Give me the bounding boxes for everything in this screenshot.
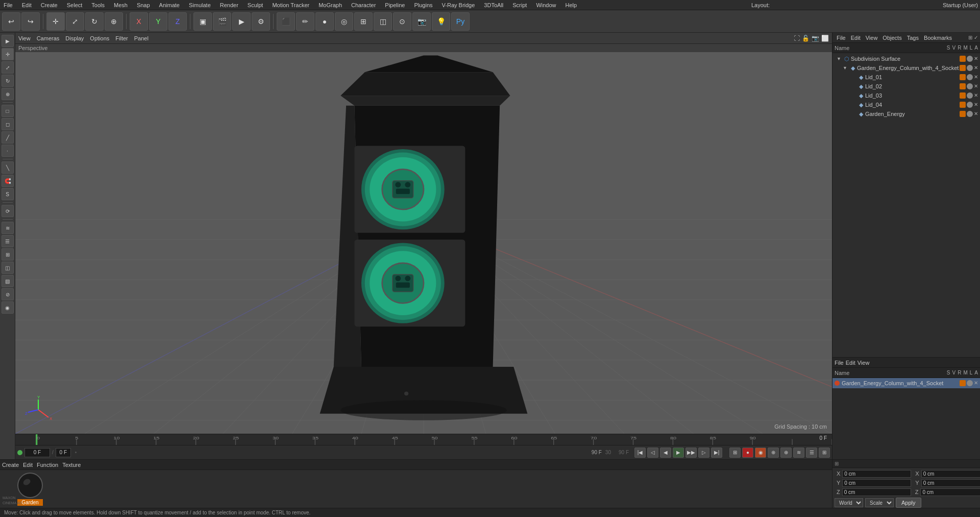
left-tool-arrow[interactable]: ▶ bbox=[2, 35, 14, 47]
coord-x-size[interactable] bbox=[921, 470, 980, 478]
left-tool-snap[interactable]: 🧲 bbox=[2, 175, 14, 187]
obj-vis-3[interactable] bbox=[967, 83, 973, 89]
obj-vis-5[interactable] bbox=[967, 102, 973, 108]
transport-extra5[interactable]: ☰ bbox=[806, 448, 817, 458]
menu-help[interactable]: Help bbox=[564, 2, 579, 8]
z-axis-button[interactable]: Z bbox=[168, 12, 187, 31]
cube-button[interactable]: ⬛ bbox=[277, 12, 295, 31]
obj-x-3[interactable]: ✕ bbox=[974, 83, 978, 89]
mat-menu-view[interactable]: View bbox=[857, 360, 870, 366]
transport-key-prev[interactable]: ◁ bbox=[647, 448, 658, 458]
transport-extra4[interactable]: ≋ bbox=[793, 448, 804, 458]
transport-extra3[interactable]: ⊕ bbox=[780, 448, 792, 458]
menu-pipeline[interactable]: Pipeline bbox=[383, 2, 406, 8]
transport-to-start[interactable]: |◀ bbox=[634, 448, 646, 458]
viewport-menu-panel[interactable]: Panel bbox=[134, 35, 149, 41]
obj-vis-4[interactable] bbox=[967, 92, 973, 99]
obj-x-2[interactable]: ✕ bbox=[974, 74, 978, 80]
obj-vis-6[interactable] bbox=[967, 111, 973, 117]
om-menu-bookmarks[interactable]: Bookmarks bbox=[922, 35, 954, 41]
menu-snap[interactable]: Snap bbox=[135, 2, 152, 8]
deformer-button[interactable]: ◫ bbox=[374, 12, 392, 31]
obj-vis-1[interactable] bbox=[967, 65, 973, 71]
transport-key-next[interactable]: ▷ bbox=[698, 448, 709, 458]
left-tool-object[interactable]: □ bbox=[2, 105, 14, 117]
transport-extra1[interactable]: ⊞ bbox=[729, 448, 741, 458]
obj-row-subdivision[interactable]: ▼ ⬡ Subdivision Surface ✕ bbox=[832, 54, 980, 63]
mat-obj-vis[interactable] bbox=[967, 380, 973, 386]
left-tool-transform[interactable]: ⊕ bbox=[2, 88, 14, 100]
scale-tool[interactable]: ⤢ bbox=[66, 12, 84, 31]
om-menu-edit[interactable]: Edit bbox=[849, 35, 863, 41]
rotate-tool[interactable]: ↻ bbox=[85, 12, 104, 31]
viewport-menu-display[interactable]: Display bbox=[65, 35, 84, 41]
pencil-button[interactable]: ✏ bbox=[296, 12, 314, 31]
spline-button[interactable]: ◎ bbox=[335, 12, 353, 31]
left-tool-scale[interactable]: ⤢ bbox=[2, 61, 14, 74]
transport-extra2[interactable]: ⊕ bbox=[768, 448, 779, 458]
left-tool-line[interactable]: ╲ bbox=[2, 161, 14, 174]
me-menu-create[interactable]: Create bbox=[2, 462, 19, 468]
mat-selected-row[interactable]: Garden_Energy_Column_with_4_Socket ✕ bbox=[832, 378, 980, 388]
om-menu-view[interactable]: View bbox=[864, 35, 880, 41]
om-menu-objects[interactable]: Objects bbox=[880, 35, 903, 41]
camera-button[interactable]: 📷 bbox=[412, 12, 431, 31]
mat-swatch[interactable] bbox=[17, 473, 43, 498]
current-frame-field[interactable] bbox=[24, 448, 50, 457]
transform-tool[interactable]: ⊕ bbox=[105, 12, 123, 31]
obj-x-5[interactable]: ✕ bbox=[974, 102, 978, 108]
viewport-lock-icon[interactable]: 🔓 bbox=[802, 35, 810, 42]
left-tool-poly[interactable]: ◻ bbox=[2, 118, 14, 130]
obj-x-4[interactable]: ✕ bbox=[974, 92, 978, 99]
obj-x-1[interactable]: ✕ bbox=[974, 65, 978, 71]
render-active-button[interactable]: ▶ bbox=[232, 12, 251, 31]
timeline-bar[interactable]: 0 5 10 15 20 25 30 35 40 45 50 55 60 65 … bbox=[15, 434, 832, 445]
render-settings-button[interactable]: ⚙ bbox=[252, 12, 270, 31]
obj-x-0[interactable]: ✕ bbox=[974, 56, 978, 62]
menu-sculpt[interactable]: Sculpt bbox=[246, 2, 265, 8]
render-region-button[interactable]: ▣ bbox=[193, 12, 212, 31]
left-tool-rotate[interactable]: ↻ bbox=[2, 75, 14, 87]
menu-animate[interactable]: Animate bbox=[158, 2, 181, 8]
python-button[interactable]: Py bbox=[451, 12, 470, 31]
mat-obj-x[interactable]: ✕ bbox=[974, 380, 978, 386]
frame-input[interactable] bbox=[56, 448, 71, 457]
coord-y-size[interactable] bbox=[921, 479, 980, 487]
obj-x-6[interactable]: ✕ bbox=[974, 111, 978, 117]
transport-record2[interactable]: ◉ bbox=[755, 448, 766, 458]
move-tool[interactable]: ✛ bbox=[46, 12, 65, 31]
obj-row-lid01[interactable]: ▷ ◆ Lid_01 ✕ bbox=[832, 73, 980, 82]
left-tool-grid[interactable]: ⊞ bbox=[2, 248, 14, 261]
menu-mograph[interactable]: MoGraph bbox=[317, 2, 344, 8]
om-icon-2[interactable]: ✓ bbox=[974, 35, 978, 40]
obj-row-lid04[interactable]: ▷ ◆ Lid_04 ✕ bbox=[832, 100, 980, 109]
viewport-fullscreen-icon[interactable]: ⛶ bbox=[794, 35, 800, 42]
layout-selector[interactable]: Startup (User) bbox=[943, 2, 978, 8]
obj-row-garden-energy[interactable]: ▷ ◆ Garden_Energy ✕ bbox=[832, 109, 980, 119]
menu-render[interactable]: Render bbox=[218, 2, 240, 8]
menu-character[interactable]: Character bbox=[350, 2, 377, 8]
viewport-menu-cameras[interactable]: Cameras bbox=[37, 35, 60, 41]
coord-z-pos[interactable] bbox=[842, 488, 911, 496]
x-axis-button[interactable]: X bbox=[130, 12, 148, 31]
viewport-menu-view[interactable]: View bbox=[18, 35, 31, 41]
coord-y-pos[interactable] bbox=[842, 479, 911, 487]
redo-button[interactable]: ↪ bbox=[21, 12, 40, 31]
menu-mesh[interactable]: Mesh bbox=[112, 2, 129, 8]
left-tool-point[interactable]: · bbox=[2, 145, 14, 157]
me-menu-function[interactable]: Function bbox=[37, 462, 58, 468]
left-tool-paint[interactable]: ≋ bbox=[2, 222, 14, 234]
obj-row-garden-column[interactable]: ▼ ◆ Garden_Energy_Column_with_4_Socket ✕ bbox=[832, 63, 980, 73]
coord-z-size[interactable] bbox=[920, 488, 980, 496]
menu-file[interactable]: File bbox=[2, 2, 14, 8]
om-menu-tags[interactable]: Tags bbox=[905, 35, 921, 41]
left-tool-move[interactable]: ✛ bbox=[2, 48, 14, 60]
nurbs-button[interactable]: ⊞ bbox=[354, 12, 373, 31]
viewport-3d[interactable]: X Y Z Grid Spacing : 10 cm bbox=[15, 52, 832, 434]
coord-x-pos[interactable] bbox=[842, 470, 911, 478]
menu-vray[interactable]: V-Ray Bridge bbox=[440, 2, 477, 8]
left-tool-material[interactable]: S bbox=[2, 188, 14, 200]
viewport-camera-icon[interactable]: 📷 bbox=[812, 35, 819, 42]
left-tool-smooth[interactable]: ⊘ bbox=[2, 288, 14, 300]
me-menu-edit[interactable]: Edit bbox=[23, 462, 33, 468]
